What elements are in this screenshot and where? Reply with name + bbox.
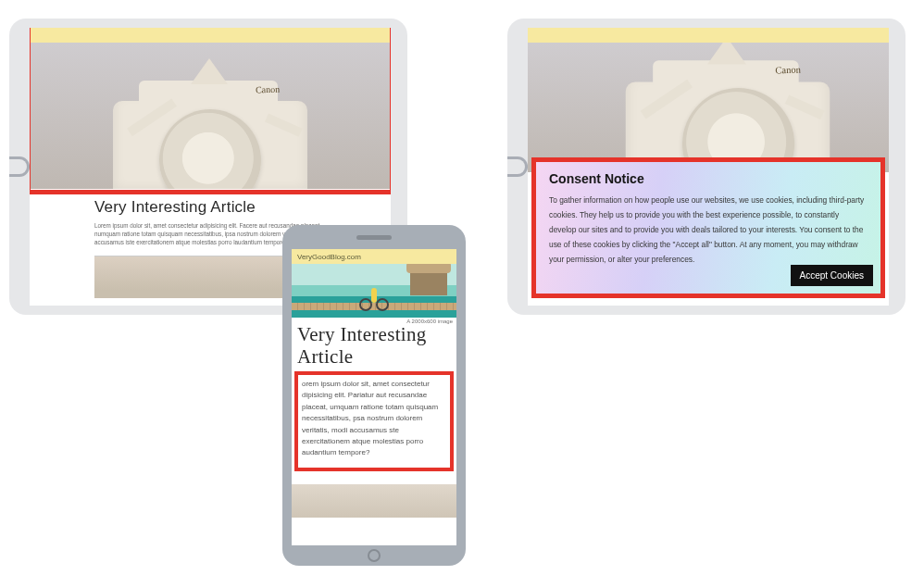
phone-home-button[interactable] xyxy=(368,549,381,562)
article-title: Very Interesting Article xyxy=(94,198,326,217)
hero-image xyxy=(292,264,456,318)
beach-photo-illustration xyxy=(292,264,456,318)
cookie-consent-banner: Consent Notice To gather information on … xyxy=(536,162,880,294)
lcp-highlight-box: Consent Notice To gather information on … xyxy=(531,157,885,298)
tablet-right-screen: Canon Consent Notice To gather informati… xyxy=(528,28,889,306)
lcp-highlight-box xyxy=(30,28,391,194)
site-header-bar xyxy=(528,28,889,43)
consent-body-text: To gather information on how people use … xyxy=(549,194,868,268)
accept-cookies-button[interactable]: Accept Cookies xyxy=(791,265,873,286)
tablet-home-button[interactable] xyxy=(9,156,30,177)
camera-brand-label: Canon xyxy=(775,64,801,75)
tablet-device-right: Canon Consent Notice To gather informati… xyxy=(507,19,905,315)
secondary-image xyxy=(292,484,456,518)
consent-title: Consent Notice xyxy=(549,171,868,186)
article-title: Very Interesting Article xyxy=(292,324,456,371)
tablet-home-button[interactable] xyxy=(507,156,528,177)
site-name-bar: VeryGoodBlog.com xyxy=(292,249,456,264)
phone-speaker xyxy=(356,235,392,240)
lcp-highlight-box: orem ipsum dolor sit, amet consectetur d… xyxy=(294,371,454,471)
phone-screen: VeryGoodBlog.com A 2000x600 image Very I… xyxy=(292,249,456,545)
article-body-text: orem ipsum dolor sit, amet consectetur d… xyxy=(302,379,446,459)
hero-image: Canon xyxy=(528,43,889,172)
phone-device: VeryGoodBlog.com A 2000x600 image Very I… xyxy=(282,225,466,566)
camera-photo-illustration: Canon xyxy=(528,43,889,172)
